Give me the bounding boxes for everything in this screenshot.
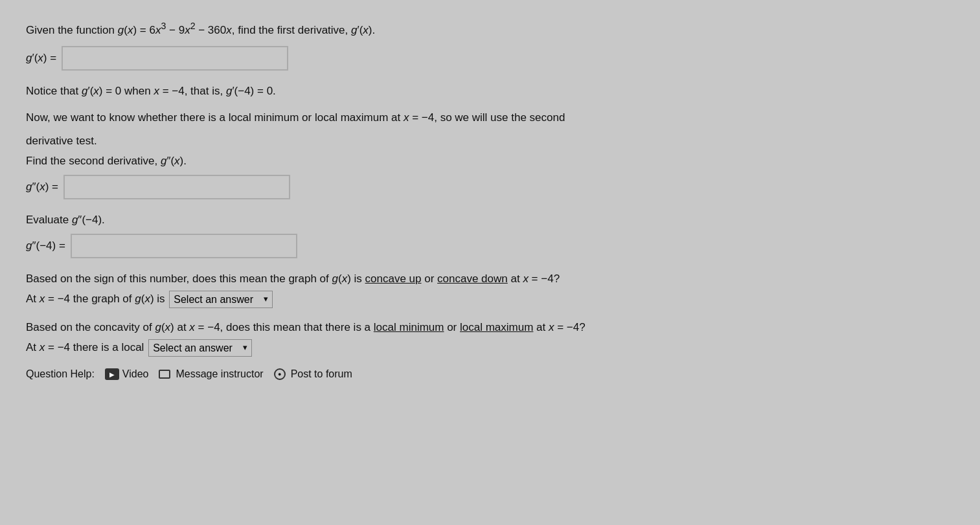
- local-select-wrapper[interactable]: Select an answer local minimum local max…: [148, 339, 252, 357]
- message-icon: [159, 370, 170, 379]
- evaluate-row: g″(−4) =: [26, 234, 954, 258]
- concavity-select[interactable]: Select an answer concave up concave down: [174, 294, 262, 305]
- local-answer-row: At x = −4 there is a local Select an ans…: [26, 339, 954, 357]
- page-container: Given the function g(x) = 6x3 − 9x2 − 36…: [0, 0, 980, 525]
- local-question: Based on the concavity of g(x) at x = −4…: [26, 318, 954, 336]
- help-row: Question Help: ▶ Video Message instructo…: [26, 368, 954, 380]
- evaluate-input[interactable]: [71, 234, 297, 258]
- video-link[interactable]: ▶ Video: [105, 368, 149, 380]
- first-derivative-label: g′(x) =: [26, 52, 56, 65]
- first-derivative-input[interactable]: [62, 46, 288, 71]
- second-derivative-intro: Now, we want to know whether there is a …: [26, 109, 954, 126]
- concavity-question: Based on the sign of this number, does t…: [26, 270, 954, 287]
- concavity-select-wrapper[interactable]: Select an answer concave up concave down: [169, 291, 273, 308]
- first-derivative-row: g′(x) =: [26, 46, 954, 71]
- message-label: Message instructor: [176, 368, 263, 380]
- forum-icon: ●: [274, 368, 286, 380]
- video-icon: ▶: [105, 368, 119, 380]
- local-select[interactable]: Select an answer local minimum local max…: [153, 342, 242, 353]
- notice-text: Notice that g′(x) = 0 when x = −4, that …: [26, 82, 954, 100]
- help-label: Question Help:: [26, 368, 95, 380]
- concavity-answer-row: At x = −4 the graph of g(x) is Select an…: [26, 290, 954, 308]
- video-label: Video: [122, 368, 149, 380]
- second-derivative-input[interactable]: [63, 175, 290, 199]
- find-second-derivative-text: Find the second derivative, g″(x).: [26, 152, 954, 170]
- forum-link[interactable]: ● Post to forum: [274, 368, 352, 380]
- evaluate-text: Evaluate g″(−4).: [26, 211, 954, 229]
- second-derivative-row: g″(x) =: [26, 175, 954, 199]
- question-intro: Given the function g(x) = 6x3 − 9x2 − 36…: [26, 19, 954, 38]
- forum-label: Post to forum: [291, 368, 352, 380]
- second-derivative-label: g″(x) =: [26, 181, 58, 194]
- message-link[interactable]: Message instructor: [159, 368, 263, 380]
- evaluate-label: g″(−4) =: [26, 240, 65, 252]
- second-derivative-intro-cont: derivative test.: [26, 132, 954, 150]
